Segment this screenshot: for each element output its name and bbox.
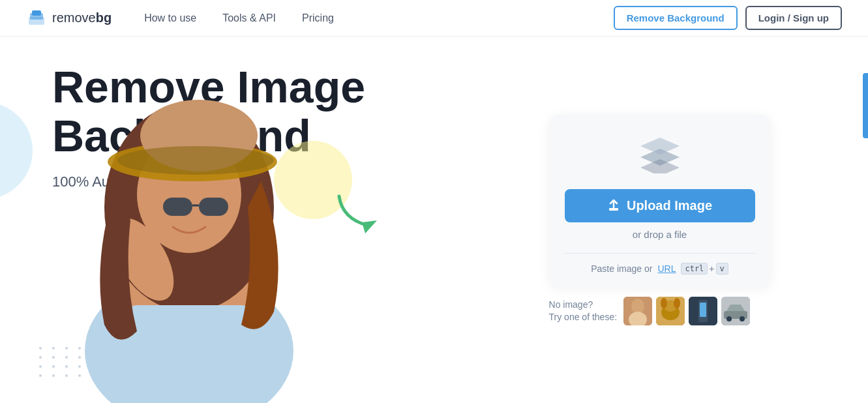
nav-actions: Remove Background Login / Sign up [614, 6, 842, 30]
hero-right: Upload Image or drop a file Paste image … [477, 37, 868, 403]
svg-rect-19 [609, 208, 618, 211]
remove-background-button[interactable]: Remove Background [614, 6, 738, 30]
svg-rect-10 [163, 198, 192, 216]
upload-image-button[interactable]: Upload Image [565, 189, 755, 222]
paste-url-link[interactable]: URL [657, 263, 676, 274]
hero-woman-image [65, 77, 313, 403]
nav-link-tools-api[interactable]: Tools & API [222, 12, 276, 24]
sample-thumbnails [623, 297, 750, 325]
svg-point-27 [674, 298, 680, 308]
sample-thumbnail-phone[interactable] [689, 297, 717, 325]
kbd-v: v [716, 263, 728, 275]
try-label: No image? Try one of these: [549, 299, 618, 322]
upload-arrow-icon [607, 199, 620, 212]
upload-icon-area [637, 134, 683, 176]
svg-point-9 [117, 146, 274, 175]
kbd-plus: + [709, 263, 714, 274]
sample-thumbnail-woman[interactable] [623, 297, 652, 325]
keyboard-shortcut: ctrl + v [681, 263, 728, 275]
hero-section: Remove Image Background 100% Automatical… [0, 37, 868, 403]
kbd-ctrl: ctrl [681, 263, 708, 275]
or-drop-label: or drop a file [633, 229, 687, 240]
arrow-decoration [333, 187, 385, 248]
svg-point-33 [726, 316, 732, 321]
upload-card: Upload Image or drop a file Paste image … [549, 115, 771, 288]
svg-rect-2 [32, 10, 41, 16]
svg-point-26 [661, 298, 667, 308]
layers-icon [637, 134, 683, 173]
logo-icon [26, 8, 47, 29]
nav-link-how-to-use[interactable]: How to use [144, 12, 196, 24]
logo[interactable]: removebg [26, 8, 112, 29]
try-these-section: No image? Try one of these: [549, 297, 771, 325]
svg-marker-15 [362, 220, 377, 233]
sample-thumbnail-dog[interactable] [656, 297, 685, 325]
navigation: removebg How to use Tools & API Pricing … [0, 0, 868, 37]
svg-rect-11 [199, 198, 228, 216]
svg-rect-30 [700, 303, 706, 317]
svg-rect-14 [124, 305, 254, 383]
paste-area: Paste image or URL ctrl + v [565, 253, 755, 275]
svg-point-34 [740, 316, 745, 321]
svg-marker-18 [640, 159, 680, 173]
sample-thumbnail-car[interactable] [721, 297, 750, 325]
nav-links: How to use Tools & API Pricing [144, 12, 614, 24]
nav-link-pricing[interactable]: Pricing [302, 12, 334, 24]
hero-left: Remove Image Background 100% Automatical… [0, 37, 477, 403]
logo-text: removebg [52, 10, 112, 25]
login-signup-button[interactable]: Login / Sign up [745, 6, 842, 30]
paste-label: Paste image or [591, 263, 652, 274]
